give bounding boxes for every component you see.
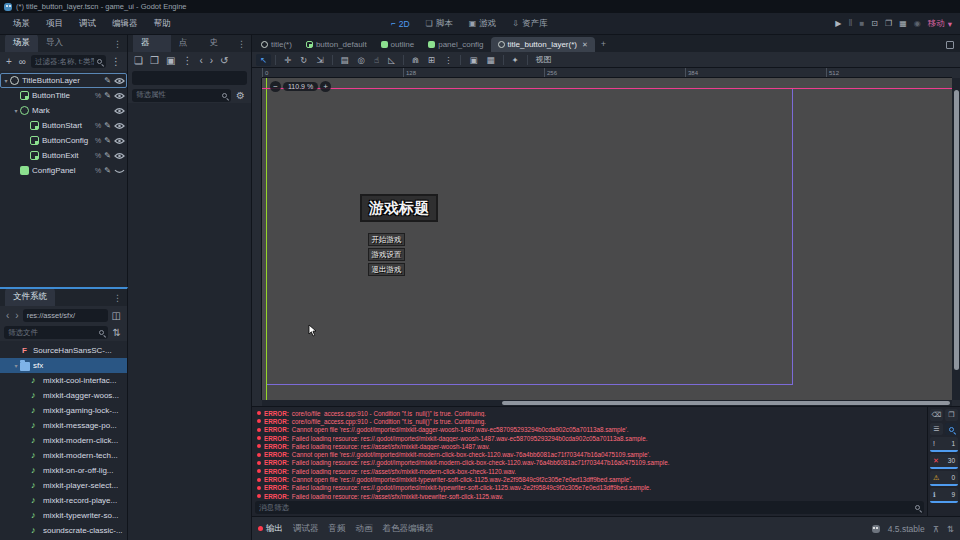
new-scene-tab-button[interactable]: + (595, 36, 612, 52)
pin-panel-icon[interactable]: ⊼ (933, 524, 939, 534)
menu-project[interactable]: 项目 (39, 15, 70, 33)
skeleton-options-icon[interactable]: ✦ (508, 54, 523, 66)
search-log-icon[interactable] (945, 423, 958, 435)
file-tree-item[interactable]: mixkit-modern-click... (0, 433, 127, 448)
visibility-eye-closed-icon[interactable] (114, 167, 125, 175)
expander-icon[interactable]: ▾ (12, 107, 20, 114)
visibility-eye-icon[interactable] (114, 92, 125, 100)
pivot-tool-icon[interactable]: ◎ (354, 54, 369, 66)
scene-tree-node[interactable]: ConfigPanel % ✎ (0, 163, 127, 178)
file-tree-item[interactable]: SourceHanSansSC-... (0, 343, 127, 358)
file-tree-item[interactable]: mixkit-typewriter-so... (0, 508, 127, 523)
instance-scene-icon[interactable]: ∞ (17, 56, 28, 67)
expand-viewport-icon[interactable] (946, 41, 954, 49)
scene-tab[interactable]: title(*) (254, 37, 299, 52)
game-settings-button[interactable]: 游戏设置 (368, 248, 405, 261)
file-tree-item[interactable]: mixkit-on-or-off-lig... (0, 463, 127, 478)
panel-animation-button[interactable]: 动画 (356, 523, 373, 535)
panel-output-button[interactable]: 输出 (258, 523, 283, 535)
zoom-level[interactable]: 110.9 % (283, 82, 318, 91)
dock-menu-icon[interactable]: ⋮ (108, 39, 127, 52)
smart-snap-icon[interactable]: ⋒ (408, 54, 423, 66)
history-forward-icon[interactable]: › (208, 55, 215, 66)
view-menu-button[interactable]: 视图 (532, 53, 556, 66)
script-icon[interactable]: ✎ (104, 92, 111, 100)
copy-log-icon[interactable]: ❐ (945, 409, 958, 421)
script-icon[interactable]: ✎ (104, 77, 111, 85)
game-exit-button[interactable]: 退出游戏 (368, 263, 405, 276)
scene-dock-tab[interactable]: 场景 (5, 35, 38, 52)
workspace-2d[interactable]: ⌐ 2D (386, 16, 415, 32)
filter-messages-toggle[interactable]: ! 1 (930, 437, 958, 452)
script-icon[interactable]: ✎ (104, 122, 111, 130)
filter-warnings-toggle[interactable]: ⚠ 0 (930, 471, 958, 486)
property-filter-input[interactable]: 筛选属性 (132, 89, 231, 102)
inspector-dock-tab[interactable]: 历史 (201, 35, 232, 52)
filter-errors-toggle[interactable]: ✕ 30 (930, 454, 958, 469)
visibility-eye-icon[interactable] (114, 152, 125, 160)
clear-log-icon[interactable]: ⌫ (930, 409, 943, 421)
inspector-dock-tab[interactable]: 节点 (171, 35, 202, 52)
workspace-script[interactable]: ❏ 脚本 (421, 15, 458, 33)
log-filter-input[interactable]: 消息筛选 (255, 501, 924, 514)
file-tree-item[interactable]: ▾ sfx (0, 358, 127, 373)
filter-editor-toggle[interactable]: ℹ 9 (930, 488, 958, 503)
list-select-icon[interactable]: ▤ (337, 54, 353, 66)
scale-tool-icon[interactable]: ⇲ (312, 54, 327, 66)
nav-forward-icon[interactable]: › (13, 310, 20, 321)
horizontal-ruler[interactable]: 0128256384512 (262, 68, 952, 78)
scene-tab[interactable]: button_default (299, 37, 374, 52)
scene-tab[interactable]: panel_config (421, 37, 490, 52)
close-icon[interactable]: ✕ (582, 41, 588, 49)
panel-audio-button[interactable]: 音频 (329, 523, 346, 535)
snap-options-icon[interactable]: ⋮ (440, 54, 457, 66)
dock-menu-icon[interactable]: ⋮ (108, 293, 127, 306)
sort-files-icon[interactable]: ⇅ (111, 327, 123, 338)
play-button[interactable]: ▶ (835, 19, 841, 28)
movie-maker-toggle[interactable]: ◉ (914, 19, 921, 28)
property-tools-icon[interactable]: ⚙ (234, 90, 247, 101)
script-icon[interactable]: ✎ (104, 137, 111, 145)
expander-icon[interactable]: ▾ (12, 362, 20, 369)
visibility-eye-icon[interactable] (114, 107, 125, 115)
scene-tree-node[interactable]: ▾ Mark (0, 103, 127, 118)
add-node-button[interactable]: + (4, 56, 14, 67)
file-tree-item[interactable]: mixkit-dagger-woos... (0, 388, 127, 403)
file-tree-item[interactable]: mixkit-record-playe... (0, 493, 127, 508)
scene-tree-node[interactable]: ButtonStart % ✎ (0, 118, 127, 133)
pan-tool-icon[interactable]: ☝ (370, 54, 383, 66)
scene-tab[interactable]: title_button_layer(*) ✕ (491, 37, 595, 52)
new-resource-icon[interactable]: ❏ (132, 55, 145, 66)
file-tree-item[interactable]: mixkit-cool-interfac... (0, 373, 127, 388)
stop-button[interactable]: ■ (859, 19, 864, 28)
dock-menu-icon[interactable]: ⋮ (232, 39, 251, 52)
file-tree-item[interactable]: mixkit-gaming-lock-... (0, 403, 127, 418)
play-custom-scene-button[interactable]: ▦ (899, 19, 907, 28)
visibility-eye-icon[interactable] (114, 122, 125, 130)
game-start-button[interactable]: 开始游戏 (368, 233, 405, 246)
scene-tree-node[interactable]: ButtonConfig % ✎ (0, 133, 127, 148)
edit-history-icon[interactable]: ↺ (218, 55, 230, 66)
save-resource-icon[interactable]: ▣ (164, 55, 177, 66)
inspector-dock-tab[interactable]: 检查器 (133, 35, 171, 52)
filesystem-dock-tab[interactable]: 文件系统 (5, 288, 55, 306)
scene-tree-node[interactable]: ▾ TitleButtonLayer ✎ (0, 73, 127, 88)
pause-button[interactable]: Ⅱ (849, 19, 853, 28)
scene-tab[interactable]: outline (374, 37, 422, 52)
scene-tree-node[interactable]: ButtonTitle % ✎ (0, 88, 127, 103)
panel-shader-editor-button[interactable]: 着色器编辑器 (383, 523, 434, 535)
panel-debugger-button[interactable]: 调试器 (293, 523, 319, 535)
vertical-ruler[interactable] (252, 78, 262, 400)
scene-tree-node[interactable]: ButtonExit % ✎ (0, 148, 127, 163)
zoom-out-button[interactable]: − (270, 81, 281, 92)
edited-object-field[interactable] (132, 71, 247, 85)
canvas[interactable]: − 110.9 % + 游戏标题 开始游戏 游戏设置 退出游戏 (262, 78, 952, 400)
workspace-assetlib[interactable]: ⇩ 资产库 (507, 15, 552, 33)
expand-panel-icon[interactable]: ⇅ (947, 524, 954, 534)
zoom-in-button[interactable]: + (320, 81, 331, 92)
script-icon[interactable]: ✎ (104, 167, 111, 175)
group-node-icon[interactable]: ▦ (482, 54, 498, 66)
vertical-scrollbar[interactable] (952, 78, 960, 400)
file-tree-item[interactable]: mixkit-message-po... (0, 418, 127, 433)
grid-snap-icon[interactable]: ⊞ (424, 54, 439, 66)
